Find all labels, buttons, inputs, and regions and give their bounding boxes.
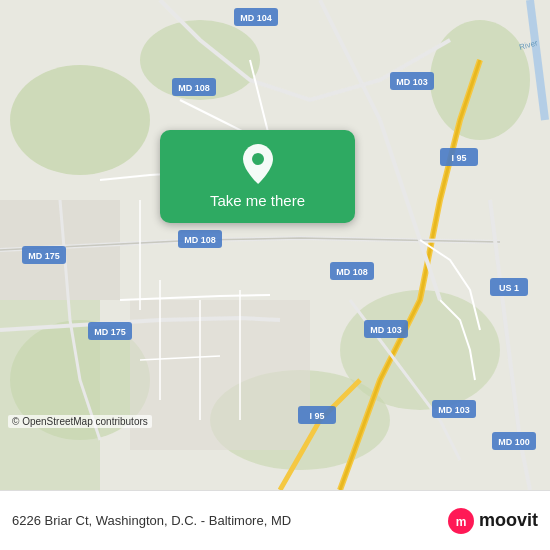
svg-rect-8 (130, 300, 310, 450)
svg-text:MD 103: MD 103 (438, 405, 470, 415)
svg-text:MD 104: MD 104 (240, 13, 272, 23)
svg-point-1 (10, 65, 150, 175)
svg-text:MD 175: MD 175 (94, 327, 126, 337)
svg-text:MD 175: MD 175 (28, 251, 60, 261)
footer: 6226 Briar Ct, Washington, D.C. - Baltim… (0, 490, 550, 550)
svg-text:MD 108: MD 108 (184, 235, 216, 245)
svg-point-37 (252, 153, 264, 165)
moovit-logo: m moovit (447, 507, 538, 535)
svg-text:m: m (456, 515, 467, 529)
svg-text:MD 108: MD 108 (178, 83, 210, 93)
svg-point-3 (430, 20, 530, 140)
moovit-text: moovit (479, 510, 538, 531)
svg-text:MD 103: MD 103 (396, 77, 428, 87)
take-me-there-button[interactable]: Take me there (160, 130, 355, 223)
svg-text:I 95: I 95 (309, 411, 324, 421)
svg-text:MD 103: MD 103 (370, 325, 402, 335)
map-container: MD 104 MD 103 MD 108 MD 175 MD 108 MD 10… (0, 0, 550, 490)
svg-text:MD 108: MD 108 (336, 267, 368, 277)
svg-text:US 1: US 1 (499, 283, 519, 293)
svg-text:I 95: I 95 (451, 153, 466, 163)
take-me-there-label: Take me there (210, 192, 305, 209)
footer-address: 6226 Briar Ct, Washington, D.C. - Baltim… (12, 513, 447, 528)
osm-credit: © OpenStreetMap contributors (8, 415, 152, 428)
svg-text:MD 100: MD 100 (498, 437, 530, 447)
moovit-icon: m (447, 507, 475, 535)
location-pin-icon (239, 142, 277, 186)
